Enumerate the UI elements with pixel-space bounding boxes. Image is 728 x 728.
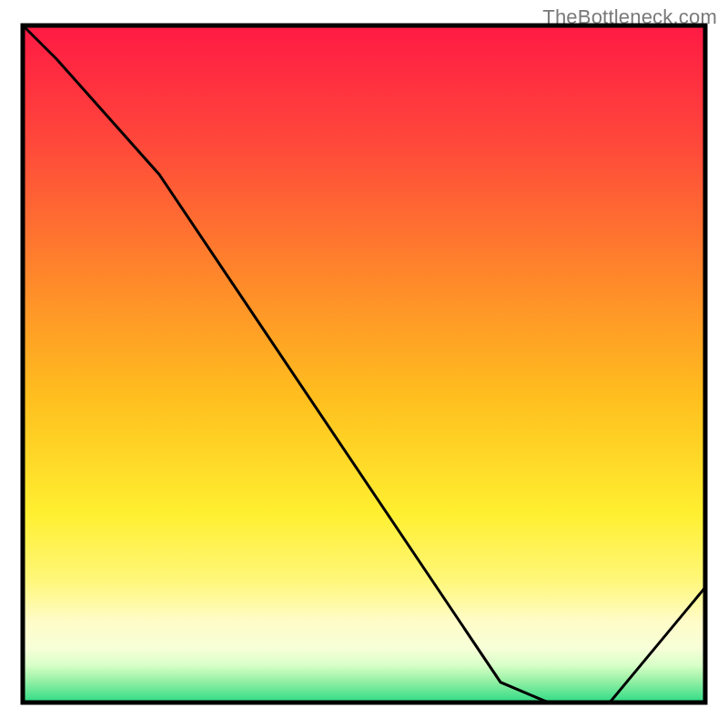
chart-container: TheBottleneck.com bbox=[0, 0, 728, 728]
plot-area bbox=[23, 25, 705, 703]
bottleneck-curve-chart bbox=[0, 0, 728, 728]
gradient-background bbox=[23, 25, 705, 703]
